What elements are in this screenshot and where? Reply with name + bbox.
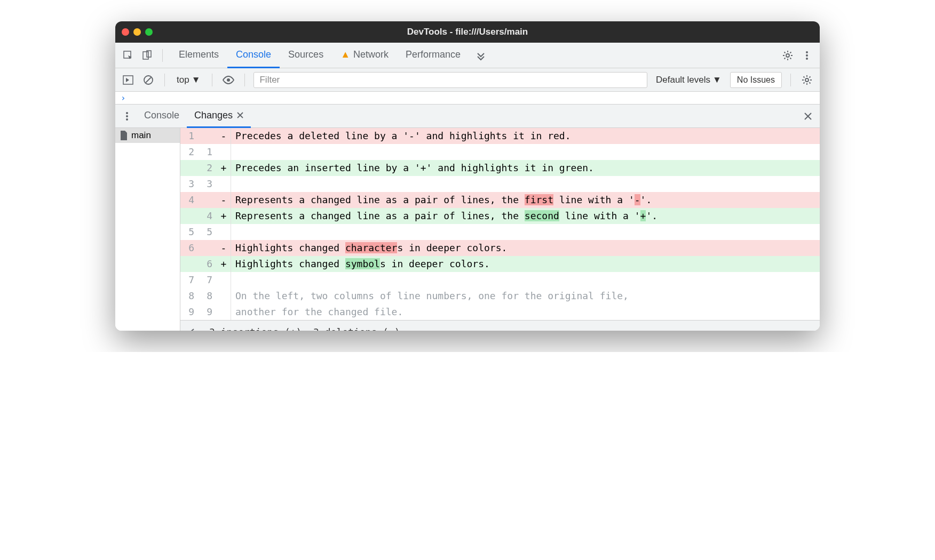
drawer-tab-changes[interactable]: Changes bbox=[187, 105, 251, 128]
new-line-number: 2 bbox=[199, 160, 217, 176]
maximize-window-button[interactable] bbox=[145, 28, 153, 36]
new-line-number bbox=[199, 240, 217, 256]
console-settings-icon[interactable] bbox=[799, 73, 814, 87]
main-toolbar: ElementsConsoleSources▲NetworkPerformanc… bbox=[115, 43, 820, 68]
old-line-number: 1 bbox=[180, 128, 199, 144]
new-line-number: 7 bbox=[199, 272, 217, 288]
new-line-number bbox=[199, 128, 217, 144]
devtools-window: DevTools - file:///Users/main ElementsCo… bbox=[115, 21, 820, 331]
close-tab-icon[interactable] bbox=[237, 112, 243, 118]
diff-code bbox=[231, 144, 820, 160]
diff-sign: + bbox=[217, 256, 231, 272]
main-tabs: ElementsConsoleSources▲NetworkPerformanc… bbox=[170, 43, 469, 68]
diff-code: On the left, two columns of line numbers… bbox=[231, 288, 820, 304]
new-line-number: 8 bbox=[199, 288, 217, 304]
tab-label: Console bbox=[236, 49, 271, 60]
drawer-menu-icon[interactable] bbox=[117, 109, 137, 124]
drawer-tab-label: Changes bbox=[194, 110, 233, 121]
settings-icon[interactable] bbox=[780, 48, 795, 63]
diff-row: 4-Represents a changed line as a pair of… bbox=[180, 192, 820, 208]
tab-label: Performance bbox=[406, 49, 461, 60]
old-line-number: 4 bbox=[180, 192, 199, 208]
old-line-number: 3 bbox=[180, 176, 199, 192]
minimize-window-button[interactable] bbox=[133, 28, 141, 36]
revert-icon[interactable] bbox=[188, 325, 203, 331]
changes-panel: main 1-Precedes a deleted line by a '-' … bbox=[115, 128, 820, 331]
diff-sign bbox=[217, 304, 231, 320]
live-expression-icon[interactable] bbox=[221, 73, 236, 87]
new-line-number: 1 bbox=[199, 144, 217, 160]
file-item[interactable]: main bbox=[115, 128, 180, 143]
tab-performance[interactable]: Performance bbox=[397, 43, 469, 68]
new-line-number: 6 bbox=[199, 256, 217, 272]
diff-code bbox=[231, 272, 820, 288]
svg-point-13 bbox=[126, 115, 128, 117]
divider bbox=[790, 74, 791, 86]
diff-summary: 3 insertions (+), 3 deletions (-) bbox=[209, 324, 400, 331]
svg-line-9 bbox=[146, 77, 151, 83]
more-tabs-icon[interactable] bbox=[473, 48, 488, 63]
old-line-number bbox=[180, 208, 199, 224]
warning-icon: ▲ bbox=[340, 49, 350, 60]
divider bbox=[244, 74, 245, 86]
new-line-number: 5 bbox=[199, 224, 217, 240]
diff-code bbox=[231, 224, 820, 240]
drawer-tab-console[interactable]: Console bbox=[137, 105, 187, 128]
svg-point-14 bbox=[126, 118, 128, 121]
diff-row: 99another for the changed file. bbox=[180, 304, 820, 320]
diff-sign bbox=[217, 288, 231, 304]
tab-console[interactable]: Console bbox=[227, 43, 280, 68]
diff-sign bbox=[217, 272, 231, 288]
context-selector[interactable]: top ▼ bbox=[173, 74, 203, 86]
diff-code: Precedes a deleted line by a '-' and hig… bbox=[231, 128, 820, 144]
svg-point-10 bbox=[227, 78, 230, 82]
drawer-close-button[interactable] bbox=[798, 107, 818, 126]
chevron-down-icon: ▼ bbox=[192, 75, 201, 85]
diff-sign: + bbox=[217, 208, 231, 224]
filter-input[interactable] bbox=[253, 72, 647, 88]
kebab-menu-icon[interactable] bbox=[799, 48, 814, 63]
divider bbox=[164, 74, 165, 86]
console-toolbar: top ▼ Default levels ▼ No Issues bbox=[115, 68, 820, 92]
svg-point-6 bbox=[806, 58, 808, 60]
diff-sign bbox=[217, 144, 231, 160]
diff-sign: - bbox=[217, 128, 231, 144]
drawer-tab-list: ConsoleChanges bbox=[137, 105, 251, 128]
old-line-number: 8 bbox=[180, 288, 199, 304]
clear-console-icon[interactable] bbox=[141, 73, 156, 87]
inspect-icon[interactable] bbox=[121, 48, 136, 63]
issues-button[interactable]: No Issues bbox=[730, 72, 782, 88]
toggle-sidebar-icon[interactable] bbox=[121, 73, 136, 87]
file-name: main bbox=[131, 130, 151, 141]
diff-row: 6+Highlights changed symbols in deeper c… bbox=[180, 256, 820, 272]
console-prompt[interactable]: › bbox=[115, 92, 820, 105]
drawer-tab-label: Console bbox=[144, 110, 179, 121]
old-line-number: 6 bbox=[180, 240, 199, 256]
old-line-number: 7 bbox=[180, 272, 199, 288]
diff-code: another for the changed file. bbox=[231, 304, 820, 320]
diff-sign: - bbox=[217, 192, 231, 208]
diff-sign bbox=[217, 224, 231, 240]
diff-row: 55 bbox=[180, 224, 820, 240]
diff-row: 4+Represents a changed line as a pair of… bbox=[180, 208, 820, 224]
tab-elements[interactable]: Elements bbox=[170, 43, 227, 68]
old-line-number bbox=[180, 256, 199, 272]
device-toggle-icon[interactable] bbox=[140, 48, 155, 63]
diff-viewer: 1-Precedes a deleted line by a '-' and h… bbox=[180, 128, 820, 331]
tab-label: Elements bbox=[179, 49, 219, 60]
svg-point-4 bbox=[806, 51, 808, 53]
log-levels-selector[interactable]: Default levels ▼ bbox=[653, 74, 725, 86]
divider bbox=[162, 49, 163, 62]
divider bbox=[212, 74, 212, 86]
diff-row: 33 bbox=[180, 176, 820, 192]
diff-sign: - bbox=[217, 240, 231, 256]
tab-network[interactable]: ▲Network bbox=[332, 43, 397, 68]
close-window-button[interactable] bbox=[122, 28, 129, 36]
context-label: top bbox=[177, 75, 189, 85]
tab-sources[interactable]: Sources bbox=[280, 43, 332, 68]
diff-footer: 3 insertions (+), 3 deletions (-) bbox=[180, 320, 820, 331]
svg-point-3 bbox=[786, 54, 789, 57]
chevron-right-icon: › bbox=[121, 93, 126, 103]
diff-sign bbox=[217, 176, 231, 192]
old-line-number: 2 bbox=[180, 144, 199, 160]
